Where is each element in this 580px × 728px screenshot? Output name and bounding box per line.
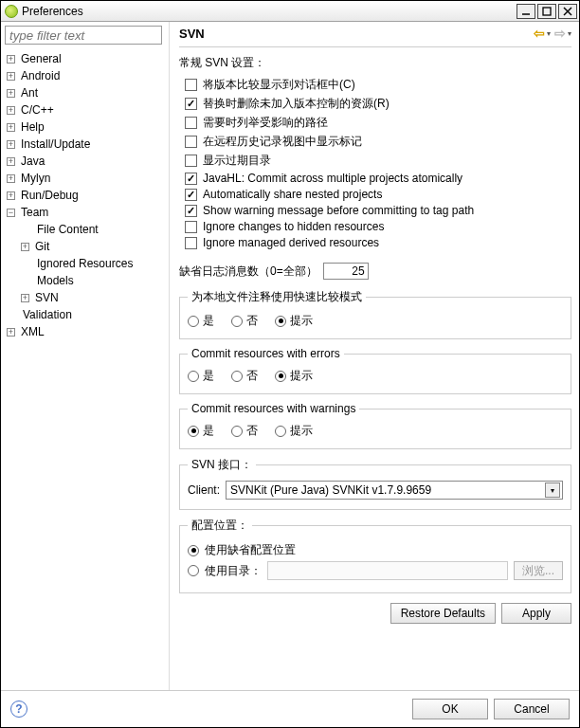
checkbox[interactable] [185,173,197,185]
checkbox-label: 显示过期目录 [203,153,271,169]
svg-rect-1 [543,8,551,15]
radio[interactable] [188,565,199,576]
restore-defaults-button[interactable]: Restore Defaults [390,603,496,624]
radio[interactable] [275,426,286,437]
radio[interactable] [188,371,199,382]
checkbox[interactable] [185,205,197,217]
tree-item[interactable]: +Mylyn [7,170,169,187]
radio[interactable] [188,426,199,437]
chevron-down-icon[interactable]: ▾ [545,482,560,498]
checkbox[interactable] [185,136,197,148]
window-title: Preferences [22,5,83,18]
radio[interactable] [275,316,286,327]
tree-item[interactable]: +C/C++ [7,101,169,118]
section-general-label: 常规 SVN 设置： [179,55,571,71]
group-svn-interface: SVN 接口： Client: SVNKit (Pure Java) SVNKi… [179,457,571,510]
checkbox-label: Show warning message before committing t… [203,204,474,217]
tree-item[interactable]: +Ant [7,84,169,101]
tree-item[interactable]: Models [21,272,169,289]
radio[interactable] [275,371,286,382]
minimize-button[interactable] [517,4,535,19]
tree-item[interactable]: File Content [21,221,169,238]
group-quick-compare: 为本地文件注释使用快速比较模式 是 否 提示 [179,289,571,339]
checkbox-label: 需要时列举受影响的路径 [203,115,328,131]
tree-item[interactable]: +Git [21,238,169,255]
radio[interactable] [231,426,243,437]
tree-item[interactable]: +Install/Update [7,136,169,153]
log-count-label: 缺省日志消息数（0=全部） [179,264,317,280]
app-icon [5,5,18,18]
nav-forward-button: ⇨ [552,26,569,41]
group-commit-errors: Commit resources with errors 是 否 提示 [179,347,571,394]
chevron-down-icon[interactable]: ▾ [568,29,571,38]
tree-item[interactable]: +Android [7,67,169,84]
tree-item[interactable]: +Java [7,153,169,170]
checkbox-label: Ignore managed derived resources [203,236,379,249]
page-title: SVN [179,27,205,41]
checkbox[interactable] [185,189,197,201]
checkbox[interactable] [185,237,197,249]
close-button[interactable] [558,4,577,19]
titlebar: Preferences [1,1,579,22]
tree-item[interactable]: Ignored Resources [21,255,169,272]
tree-item-svn[interactable]: +SVN [21,289,169,306]
preference-tree: +General +Android +Ant +C/C++ +Help +Ins… [5,50,169,340]
checkbox-label: JavaHL: Commit across multiple projects … [203,172,462,185]
log-count-input[interactable] [323,263,369,280]
radio[interactable] [231,371,243,382]
checkbox-label: Ignore changes to hidden resources [203,220,384,233]
group-commit-warnings: Commit resources with warnings 是 否 提示 [179,402,571,449]
ok-button[interactable]: OK [412,699,488,719]
checkbox[interactable] [185,79,197,91]
tree-item[interactable]: −Team [7,204,169,221]
client-select[interactable]: SVNKit (Pure Java) SVNKit v1.7.9.9659 ▾ [226,481,563,500]
cancel-button[interactable]: Cancel [494,699,570,719]
tree-item[interactable]: +General [7,50,169,67]
client-label: Client: [188,483,220,497]
checkbox[interactable] [185,221,197,233]
checkbox[interactable] [185,155,197,167]
chevron-down-icon[interactable]: ▾ [547,29,551,38]
tree-item[interactable]: +Help [7,118,169,136]
radio[interactable] [188,316,199,327]
checkbox[interactable] [185,117,197,129]
checkbox-label: 将版本比较显示到对话框中(C) [203,77,355,93]
tree-item[interactable]: Validation [7,306,169,323]
group-config-location: 配置位置： 使用缺省配置位置 使用目录： 浏览... [179,518,571,593]
maximize-button[interactable] [537,4,556,19]
apply-button[interactable]: Apply [501,603,571,624]
filter-input[interactable] [5,26,162,45]
browse-button: 浏览... [514,561,563,580]
radio[interactable] [188,545,199,556]
tree-item[interactable]: +Run/Debug [7,187,169,204]
checkbox-label: 替换时删除未加入版本控制的资源(R) [203,96,390,112]
tree-item[interactable]: +XML [7,323,169,340]
config-dir-input [267,561,508,580]
checkbox[interactable] [185,98,197,110]
radio[interactable] [231,316,243,327]
help-icon[interactable]: ? [10,701,27,718]
nav-back-button[interactable]: ⇦ [531,26,548,41]
checkbox-label: Automatically share nested projects [203,188,382,201]
checkbox-label: 在远程历史记录视图中显示标记 [203,134,362,150]
